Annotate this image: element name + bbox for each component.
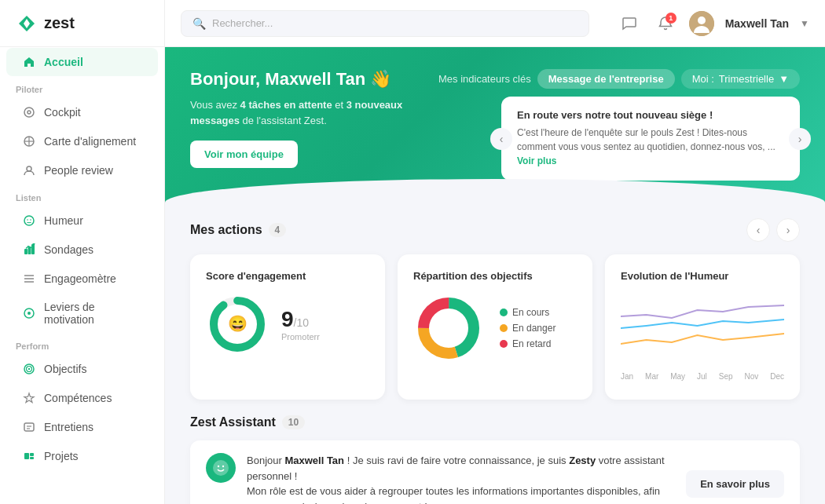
cards-row: Score d'engagement 😄 9/10 [190,254,800,400]
section-title: Mes actions [190,223,262,237]
message-card-text: C'est l'heure de l'enquête sur le pouls … [517,126,784,168]
chart-label-sep: Sep [719,372,733,381]
search-input[interactable]: 🔍 Rechercher... [181,10,589,37]
sidebar-item-label: Compétences [44,392,112,404]
humeur-content: Jan Mar May Jul Sep Nov Dec [621,293,784,384]
svg-point-40 [222,466,224,467]
notification-badge: 1 [666,13,676,24]
sidebar-item-label: Accueil [44,56,83,68]
competences-icon [22,391,36,405]
logo: zest [0,0,164,47]
learn-more-button[interactable]: En savoir plus [686,470,784,498]
card-prev-button[interactable]: ‹ [490,128,512,150]
engagement-content: 😄 9/10 Promoterr [206,293,369,356]
message-card-link[interactable]: Voir plus [517,155,556,166]
legend-en-retard: En retard [500,338,556,349]
card-next-button[interactable]: › [789,128,811,150]
svg-rect-23 [24,423,34,431]
engagement-card: Score d'engagement 😄 9/10 [190,254,385,400]
sidebar-item-label: Entretiens [44,421,94,433]
svg-point-9 [27,219,28,221]
message-card: ‹ En route vers notre tout nouveau siège… [501,97,800,181]
notification-btn[interactable]: 1 [653,11,678,36]
svg-text:😄: 😄 [228,314,248,333]
svg-point-2 [24,108,34,117]
sidebar-item-carte-alignement[interactable]: Carte d'alignement [6,127,158,155]
humeur-icon [22,214,36,228]
view-team-button[interactable]: Voir mon équipe [190,141,298,168]
sidebar-item-objectifs[interactable]: Objectifs [6,355,158,383]
sidebar-item-engageometre[interactable]: Engageomètre [6,265,158,293]
legend-dot-enretard [500,340,508,348]
chart-labels: Jan Mar May Jul Sep Nov Dec [621,369,784,384]
nav-scroll: Accueil Piloter Cockpit Carte d'aligneme… [0,47,164,504]
sidebar-item-competences[interactable]: Compétences [6,384,158,412]
section-label-perform: Perform [0,334,164,354]
sidebar-item-label: Cockpit [44,106,81,119]
sidebar-item-label: People review [44,164,113,177]
entretiens-icon [22,420,36,434]
actions-next-button[interactable]: › [776,218,800,242]
legend-dot-encours [500,309,508,316]
engagement-card-title: Score d'engagement [206,270,369,282]
section-label-piloter: Piloter [0,77,164,97]
sidebar-item-leviers[interactable]: Leviers de motivation [6,294,158,333]
chart-label-may: May [670,372,685,381]
score-text: 9/10 Promoterr [281,307,320,341]
sidebar-item-entretiens[interactable]: Entretiens [6,413,158,441]
logo-icon [16,13,38,35]
chart-label-dec: Dec [770,372,784,381]
sidebar-item-humeur[interactable]: Humeur [6,206,158,235]
actions-prev-button[interactable]: ‹ [746,218,770,242]
legend-dot-endanger [500,324,508,332]
score-label: Promoterr [281,332,320,341]
sidebar-item-sondages[interactable]: Sondages [6,236,158,264]
objectives-legend: En cours En danger En retard [500,307,556,349]
humeur-chart [621,293,784,363]
assistant-title: Zest Assistant [190,415,276,429]
chat-icon-btn[interactable] [617,11,642,36]
chart-label-jan: Jan [621,372,633,381]
assistant-count: 10 [282,415,305,429]
tabs-label: Mes indicateurs clés [438,73,531,85]
svg-rect-26 [24,453,29,459]
svg-point-19 [28,312,31,315]
user-menu-chevron[interactable]: ▼ [800,18,809,29]
assistant-body: Bonjour Maxwell Tan ! Je suis ravi de fa… [247,453,675,504]
tabs-active[interactable]: Message de l'entreprise [537,69,675,89]
svg-point-39 [218,466,219,467]
section-label-listen: Listen [0,185,164,206]
user-avatar[interactable] [689,11,714,36]
objectives-donut [413,293,484,363]
objectives-content: En cours En danger En retard [413,293,577,363]
logo-text: zest [44,14,75,32]
section-header: Mes actions 4 ‹ › [190,218,800,242]
main-content: 🔍 Rechercher... 1 Maxwell Tan ▼ Bonjour,… [165,0,825,504]
assistant-section: Zest Assistant 10 Bonjour Maxwell Tan ! … [165,415,825,504]
section-nav: ‹ › [746,218,800,242]
sidebar-item-projets[interactable]: Projets [6,442,158,470]
chart-label-nov: Nov [744,372,758,381]
svg-point-30 [698,16,706,24]
sidebar-item-label: Leviers de motivation [44,301,142,326]
svg-rect-28 [30,457,34,459]
sidebar-item-label: Humeur [44,214,83,227]
sidebar-item-accueil[interactable]: Accueil [6,48,158,76]
engagement-donut: 😄 [206,293,269,356]
chart-label-mar: Mar [645,372,658,381]
hero-subtitle: Vous avez 4 tâches en attente et 3 nouve… [190,97,413,128]
objectives-card-title: Répartition des objectifs [413,270,577,282]
message-card-title: En route vers notre tout nouveau siège ! [517,109,784,121]
svg-point-8 [24,216,34,225]
legend-en-danger: En danger [500,323,556,334]
hero-tabs: Mes indicateurs clés Message de l'entrep… [438,69,800,89]
svg-point-22 [28,368,30,370]
sidebar-item-cockpit[interactable]: Cockpit [6,98,158,126]
projets-icon [22,449,36,463]
sondages-icon [22,243,36,257]
sidebar-item-people-review[interactable]: People review [6,156,158,184]
period-selector[interactable]: Moi : Trimestrielle ▼ [681,69,800,89]
sidebar-item-label: Projets [44,450,79,462]
hero-right: Mes indicateurs clés Message de l'entrep… [438,69,800,181]
assistant-message-card: Bonjour Maxwell Tan ! Je suis ravi de fa… [190,440,800,504]
